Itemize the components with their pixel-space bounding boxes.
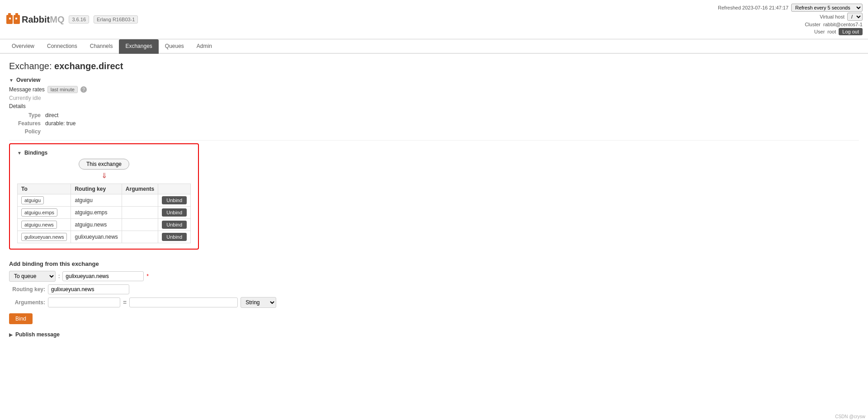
required-star: * — [146, 273, 149, 279]
arguments-cell — [122, 207, 158, 219]
colon: : — [58, 273, 60, 279]
to-cell: atguigu.emps — [18, 207, 71, 219]
erlang-badge: Erlang R16B03-1 — [94, 15, 138, 24]
type-value: direct — [45, 111, 81, 119]
routing-key-label: Routing key: — [9, 286, 45, 293]
nav: Overview Connections Channels Exchanges … — [0, 39, 868, 54]
logout-button[interactable]: Log out — [839, 28, 863, 35]
help-icon[interactable]: ? — [80, 86, 87, 93]
routing-key-cell: atguigu.news — [71, 219, 122, 231]
table-row: atguigu.news atguigu.news Unbind — [18, 219, 191, 231]
table-row: gulixueyuan.news gulixueyuan.news Unbind — [18, 231, 191, 243]
page-title: Exchange: exchange.direct — [9, 61, 859, 71]
routing-key-cell: atguigu — [71, 194, 122, 207]
svg-rect-5 — [15, 18, 17, 19]
queue-label: atguigu.news — [21, 221, 57, 229]
table-row: atguigu atguigu Unbind — [18, 194, 191, 207]
queue-label: gulixueyuan.news — [21, 233, 67, 241]
overview-section-header[interactable]: ▼ Overview — [9, 77, 859, 83]
svg-rect-4 — [9, 18, 11, 19]
refreshed-label: Refreshed 2023-07-16 21:47:17 — [718, 5, 788, 10]
logo: RabbitMQ — [5, 11, 64, 28]
table-row: atguigu.emps atguigu.emps Unbind — [18, 207, 191, 219]
bindings-box: ▼ Bindings This exchange ⇓ To Routing ke… — [9, 143, 199, 250]
queue-label: atguigu — [21, 196, 44, 204]
arg-type-select[interactable]: String Integer Boolean — [241, 297, 276, 308]
nav-exchanges[interactable]: Exchanges — [119, 39, 158, 54]
bindings-section-header[interactable]: ▼ Bindings — [17, 150, 191, 156]
arguments-cell — [122, 219, 158, 231]
to-cell: atguigu.news — [18, 219, 71, 231]
bind-button[interactable]: Bind — [9, 313, 33, 324]
policy-label: Policy — [18, 127, 45, 136]
this-exchange-button[interactable]: This exchange — [79, 159, 129, 170]
user-value: root — [827, 29, 836, 34]
arg-val-input[interactable] — [129, 297, 238, 307]
routing-key-input[interactable] — [48, 284, 129, 294]
bindings-table: To Routing key Arguments atguigu atguigu… — [17, 184, 191, 243]
col-to: To — [18, 184, 71, 194]
details-table: Type direct Features durable: true Polic… — [18, 111, 81, 136]
overview-section-label: Overview — [16, 77, 40, 83]
col-routing-key: Routing key — [71, 184, 122, 194]
to-cell: gulixueyuan.news — [18, 231, 71, 243]
arguments-label: Arguments: — [9, 299, 45, 306]
col-arguments: Arguments — [122, 184, 158, 194]
bindings-section: ▼ Bindings This exchange ⇓ To Routing ke… — [9, 143, 859, 256]
queue-label: atguigu.emps — [21, 208, 57, 217]
unbind-cell: Unbind — [158, 231, 191, 243]
unbind-button[interactable]: Unbind — [162, 221, 187, 229]
virtual-host-label: Virtual host — [820, 14, 844, 19]
routing-key-cell: gulixueyuan.news — [71, 231, 122, 243]
arguments-cell — [122, 231, 158, 243]
currently-idle: Currently idle — [9, 95, 859, 101]
unbind-cell: Unbind — [158, 194, 191, 207]
arguments-cell — [122, 194, 158, 207]
features-label: Features — [18, 119, 45, 127]
version-badge: 3.6.16 — [69, 15, 89, 24]
overview-section: ▼ Overview Message rates last minute ? C… — [9, 77, 859, 136]
to-type-select[interactable]: To queue To exchange — [9, 271, 56, 282]
svg-rect-3 — [15, 13, 18, 17]
arg-key-input[interactable] — [48, 297, 120, 307]
nav-overview[interactable]: Overview — [5, 39, 41, 54]
unbind-cell: Unbind — [158, 219, 191, 231]
bindings-arrow: ⇓ — [17, 171, 191, 180]
col-actions — [158, 184, 191, 194]
nav-admin[interactable]: Admin — [190, 39, 218, 54]
logo-area: RabbitMQ 3.6.16 Erlang R16B03-1 — [5, 11, 138, 28]
add-binding-section: Add binding from this exchange To queue … — [9, 260, 859, 324]
unbind-cell: Unbind — [158, 207, 191, 219]
to-cell: atguigu — [18, 194, 71, 207]
bindings-section-label: Bindings — [24, 150, 47, 156]
publish-header[interactable]: ▶ Publish message — [9, 331, 859, 338]
cluster-label: Cluster — [805, 22, 821, 27]
cluster-value: rabbit@centos7-1 — [823, 22, 863, 27]
bindings-collapse-triangle: ▼ — [17, 151, 22, 156]
features-value: durable: true — [45, 119, 81, 127]
refresh-select[interactable]: Refresh every 5 seconds Refresh every 10… — [791, 4, 863, 12]
to-value-input[interactable] — [62, 271, 144, 281]
publish-collapse-triangle: ▶ — [9, 332, 13, 337]
equals-sign: = — [123, 299, 127, 306]
virtual-host-select[interactable]: / — [847, 13, 863, 21]
policy-value — [45, 127, 81, 136]
user-label: User — [814, 29, 825, 34]
nav-channels[interactable]: Channels — [84, 39, 119, 54]
last-minute-badge: last minute — [47, 86, 78, 93]
routing-key-cell: atguigu.emps — [71, 207, 122, 219]
nav-queues[interactable]: Queues — [159, 39, 190, 54]
unbind-button[interactable]: Unbind — [162, 196, 187, 204]
publish-message-section: ▶ Publish message — [9, 331, 859, 338]
message-rates-label: Message rates — [9, 86, 45, 93]
svg-rect-1 — [8, 13, 11, 17]
unbind-button[interactable]: Unbind — [162, 233, 187, 241]
header-right: Refreshed 2023-07-16 21:47:17 Refresh ev… — [718, 4, 863, 35]
logo-rabbit-text: Rabbit — [22, 14, 50, 25]
nav-connections[interactable]: Connections — [41, 39, 84, 54]
unbind-button[interactable]: Unbind — [162, 208, 187, 217]
logo-mq-text: MQ — [50, 14, 64, 25]
add-binding-title: Add binding from this exchange — [9, 260, 859, 267]
type-label: Type — [18, 111, 45, 119]
publish-label: Publish message — [15, 331, 60, 338]
